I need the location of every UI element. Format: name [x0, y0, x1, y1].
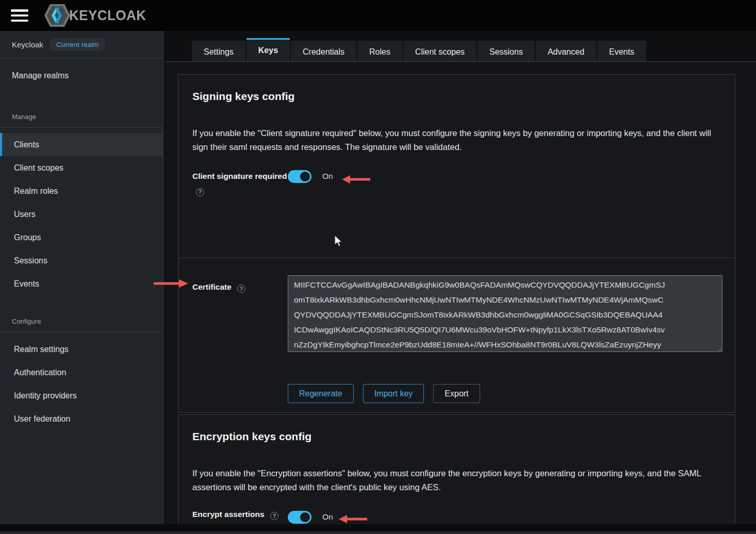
sidebar-item-identity-providers[interactable]: Identity providers: [0, 384, 163, 407]
signing-keys-description: If you enable the "Client signature requ…: [192, 126, 714, 154]
sidebar-item-authentication[interactable]: Authentication: [0, 361, 163, 384]
keycloak-logo: KEYCLOAK: [42, 3, 148, 28]
signing-keys-title: Signing keys config: [192, 90, 714, 103]
client-tabs: Settings Keys Credentials Roles Client s…: [164, 31, 756, 62]
help-icon[interactable]: ?: [196, 188, 204, 196]
sidebar-item-events[interactable]: Events: [0, 272, 163, 295]
tab-sessions[interactable]: Sessions: [478, 41, 535, 61]
sidebar-divider: [0, 332, 163, 332]
toggle-state-text: On: [322, 512, 333, 522]
hamburger-menu-icon[interactable]: [11, 9, 28, 22]
keycloak-admin-console: KEYCLOAK Keycloak Current realm Manage r…: [0, 0, 756, 534]
realm-selector[interactable]: Keycloak Current realm: [0, 31, 163, 58]
sidebar-item-realm-settings[interactable]: Realm settings: [0, 338, 163, 361]
mouse-cursor: [333, 235, 343, 248]
bottom-strip: [0, 531, 756, 534]
tab-advanced[interactable]: Advanced: [536, 41, 596, 61]
sidebar-item-sessions[interactable]: Sessions: [0, 249, 163, 272]
sidebar-item-realm-roles[interactable]: Realm roles: [0, 179, 163, 203]
regenerate-button[interactable]: Regenerate: [288, 384, 354, 403]
toggle-knob: [300, 172, 310, 181]
sidebar-item-client-scopes[interactable]: Client scopes: [0, 156, 163, 179]
import-key-button[interactable]: Import key: [363, 384, 424, 403]
help-icon[interactable]: ?: [270, 512, 278, 520]
sidebar-item-clients[interactable]: Clients: [0, 133, 163, 156]
toggle-knob: [300, 512, 310, 522]
sidebar: Keycloak Current realm Manage realms Man…: [0, 31, 163, 524]
keycloak-logo-icon: [42, 3, 72, 28]
sidebar-divider: [0, 127, 163, 128]
certificate-label: Certificate: [192, 282, 232, 291]
encryption-keys-title: Encryption keys config: [192, 430, 714, 443]
sidebar-group-configure: Configure: [0, 315, 163, 327]
annotation-arrow-left-encrypt: [338, 514, 368, 524]
sidebar-manage-list: Clients Client scopes Realm roles Users …: [0, 133, 163, 295]
client-signature-required-toggle[interactable]: [288, 170, 311, 183]
main-content: Settings Keys Credentials Roles Client s…: [164, 31, 756, 524]
encrypt-assertions-row: Encrypt assertions ? On: [192, 510, 714, 524]
bottom-bar: [0, 524, 756, 534]
sidebar-item-manage-realms[interactable]: Manage realms: [0, 64, 163, 87]
sidebar-item-groups[interactable]: Groups: [0, 226, 163, 249]
tab-keys[interactable]: Keys: [246, 38, 290, 61]
client-signature-required-label: Client signature required: [192, 172, 287, 180]
export-button[interactable]: Export: [433, 384, 480, 403]
keys-tab-content: Signing keys config If you enable the "C…: [164, 62, 756, 533]
certificate-row: Certificate ? MIIFCTCCAvGgAwIBAgIBADANBg…: [178, 275, 735, 352]
annotation-arrow-left-signing: [341, 175, 371, 184]
realm-name: Keycloak: [12, 40, 43, 49]
card-divider: [178, 258, 735, 258]
masthead: KEYCLOAK: [0, 0, 756, 31]
keycloak-logo-text: KEYCLOAK: [69, 8, 146, 24]
tab-events[interactable]: Events: [597, 41, 646, 61]
tab-client-scopes[interactable]: Client scopes: [403, 41, 476, 61]
help-icon[interactable]: ?: [237, 285, 245, 293]
tab-roles[interactable]: Roles: [357, 41, 402, 61]
encryption-keys-description: If you enable the "Encryption assertions…: [192, 466, 714, 494]
signing-keys-card: Signing keys config If you enable the "C…: [178, 74, 735, 413]
encrypt-assertions-toggle[interactable]: [288, 511, 311, 524]
sidebar-item-users[interactable]: Users: [0, 203, 163, 226]
tab-settings[interactable]: Settings: [192, 41, 245, 61]
sidebar-configure-list: Realm settings Authentication Identity p…: [0, 338, 163, 430]
sidebar-item-user-federation[interactable]: User federation: [0, 407, 163, 430]
sidebar-group-manage: Manage: [0, 110, 163, 123]
encrypt-assertions-label: Encrypt assertions: [192, 508, 265, 519]
current-realm-badge[interactable]: Current realm: [49, 38, 106, 51]
certificate-actions: Regenerate Import key Export: [288, 384, 735, 403]
encryption-keys-card: Encryption keys config If you enable the…: [178, 414, 735, 533]
toggle-state-text: On: [322, 172, 333, 197]
tab-credentials[interactable]: Credentials: [291, 41, 356, 61]
client-signature-required-row: Client signature required ? On: [192, 169, 714, 197]
certificate-textarea[interactable]: MIIFCTCCAvGgAwIBAgIBADANBgkqhkiG9w0BAQsF…: [288, 275, 722, 352]
annotation-arrow-right-certificate: [153, 279, 189, 288]
